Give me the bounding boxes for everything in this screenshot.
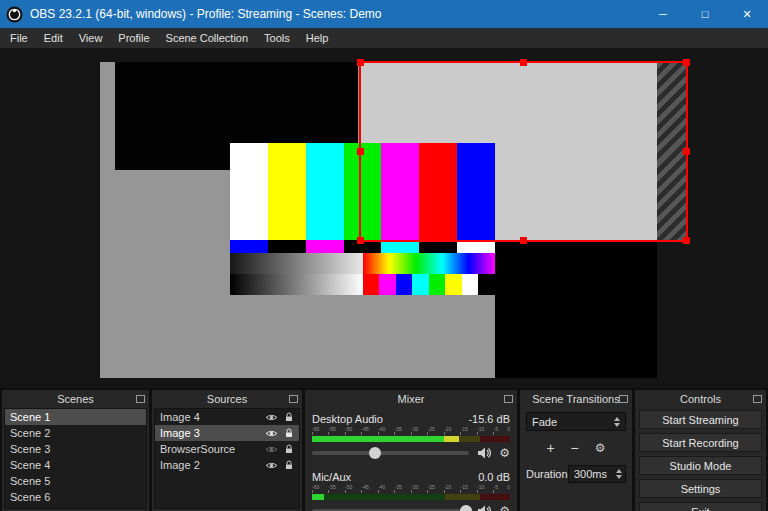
volume-meter xyxy=(312,436,510,442)
scenes-dock: Scenes Scene 1 Scene 2 Scene 3 Scene 4 S… xyxy=(2,390,149,511)
studio-mode-button[interactable]: Studio Mode xyxy=(639,456,762,475)
transitions-dock-header: Scene Transitions xyxy=(520,390,632,408)
resize-handle-top-right[interactable] xyxy=(683,59,690,66)
speaker-icon[interactable] xyxy=(477,447,491,459)
controls-dock-header: Controls xyxy=(635,390,766,408)
source-item[interactable]: Image 3 xyxy=(155,425,299,441)
mixer-dock: Mixer Desktop Audio -15.6 dB -60-55-50-4… xyxy=(305,390,517,511)
meter-ticks xyxy=(312,490,510,493)
resize-handle-middle-left[interactable] xyxy=(357,148,364,155)
controls-dock: Controls Start Streaming Start Recording… xyxy=(635,390,766,511)
channel-name: Desktop Audio xyxy=(312,413,383,425)
maximize-button[interactable]: □ xyxy=(684,0,726,28)
menubar: File Edit View Profile Scene Collection … xyxy=(0,28,768,48)
transition-select[interactable]: Fade xyxy=(526,412,626,431)
channel-settings-gear-icon[interactable]: ⚙ xyxy=(499,447,510,459)
obs-window: OBS 23.2.1 (64-bit, windows) - Profile: … xyxy=(0,0,768,511)
meter-ticks xyxy=(312,432,510,435)
controls-title: Controls xyxy=(680,393,721,405)
spinbox-arrows-icon[interactable] xyxy=(616,469,622,479)
resize-handle-middle-right[interactable] xyxy=(683,148,690,155)
selection-rectangle[interactable] xyxy=(359,61,688,242)
resize-handle-bottom-middle[interactable] xyxy=(520,237,527,244)
menu-help[interactable]: Help xyxy=(298,28,337,48)
dock-float-icon[interactable] xyxy=(136,395,145,403)
channel-settings-gear-icon[interactable]: ⚙ xyxy=(499,505,510,511)
volume-slider-knob[interactable] xyxy=(460,505,472,511)
window-title: OBS 23.2.1 (64-bit, windows) - Profile: … xyxy=(30,7,381,21)
lock-icon[interactable] xyxy=(284,412,294,422)
dock-float-icon[interactable] xyxy=(289,395,298,403)
visibility-eye-icon[interactable] xyxy=(265,429,278,438)
start-streaming-button[interactable]: Start Streaming xyxy=(639,410,762,429)
resize-handle-bottom-right[interactable] xyxy=(683,237,690,244)
remove-transition-button[interactable]: − xyxy=(571,440,579,456)
scene-item[interactable]: Scene 3 xyxy=(5,441,146,457)
channel-name: Mic/Aux xyxy=(312,471,351,483)
volume-slider-knob[interactable] xyxy=(369,447,381,459)
preview-area xyxy=(0,48,768,388)
combo-arrows-icon[interactable] xyxy=(614,417,620,427)
duration-label: Duration xyxy=(526,468,568,480)
start-recording-button[interactable]: Start Recording xyxy=(639,433,762,452)
scene-item[interactable]: Scene 7 xyxy=(5,505,146,509)
menu-tools[interactable]: Tools xyxy=(256,28,298,48)
sources-list: Image 4 Image 3 BrowserSource xyxy=(154,408,300,509)
volume-slider[interactable] xyxy=(312,451,469,455)
menu-file[interactable]: File xyxy=(2,28,36,48)
volume-meter xyxy=(312,494,510,500)
exit-button[interactable]: Exit xyxy=(639,502,762,511)
scene-item[interactable]: Scene 2 xyxy=(5,425,146,441)
scenes-list: Scene 1 Scene 2 Scene 3 Scene 4 Scene 5 … xyxy=(4,408,147,509)
scene-item[interactable]: Scene 4 xyxy=(5,457,146,473)
dock-float-icon[interactable] xyxy=(753,395,762,403)
settings-button[interactable]: Settings xyxy=(639,479,762,498)
mixer-dock-header: Mixer xyxy=(305,390,517,408)
transition-selected-value: Fade xyxy=(532,416,557,428)
channel-volume-db: -15.6 dB xyxy=(468,413,510,425)
minimize-button[interactable]: ─ xyxy=(642,0,684,28)
sources-dock-header: Sources xyxy=(152,390,302,408)
sources-dock: Sources Image 4 Image 3 xyxy=(152,390,302,511)
visibility-eye-icon[interactable] xyxy=(265,461,278,470)
scene-item[interactable]: Scene 5 xyxy=(5,473,146,489)
scene-item[interactable]: Scene 6 xyxy=(5,489,146,505)
duration-value: 300ms xyxy=(574,468,607,480)
dock-float-icon[interactable] xyxy=(619,395,628,403)
visibility-eye-icon[interactable] xyxy=(265,413,278,422)
dock-area: Scenes Scene 1 Scene 2 Scene 3 Scene 4 S… xyxy=(0,388,768,511)
transitions-body: Fade + − ⚙ Duration 300ms xyxy=(520,408,632,511)
visibility-eye-icon[interactable] xyxy=(265,445,278,454)
colorbars-bottom xyxy=(230,253,495,295)
channel-volume-db: 0.0 dB xyxy=(478,471,510,483)
transition-settings-gear-icon[interactable]: ⚙ xyxy=(595,442,606,454)
resize-handle-top-left[interactable] xyxy=(357,59,364,66)
resize-handle-top-middle[interactable] xyxy=(520,59,527,66)
source-item[interactable]: BrowserSource xyxy=(155,441,299,457)
source-item[interactable]: Image 2 xyxy=(155,457,299,473)
menu-view[interactable]: View xyxy=(71,28,111,48)
lock-icon[interactable] xyxy=(284,460,294,470)
source-item[interactable]: Image 4 xyxy=(155,409,299,425)
transitions-dock: Scene Transitions Fade + − ⚙ Duration 30… xyxy=(520,390,632,511)
obs-logo-icon xyxy=(6,6,23,23)
menu-profile[interactable]: Profile xyxy=(110,28,157,48)
menu-edit[interactable]: Edit xyxy=(36,28,71,48)
scenes-dock-header: Scenes xyxy=(2,390,149,408)
duration-spinbox[interactable]: 300ms xyxy=(568,465,626,483)
speaker-icon[interactable] xyxy=(477,505,491,511)
close-button[interactable]: ✕ xyxy=(726,0,768,28)
transitions-title: Scene Transitions xyxy=(532,393,619,405)
mixer-body: Desktop Audio -15.6 dB -60-55-50-45-40-3… xyxy=(305,408,517,511)
dock-float-icon[interactable] xyxy=(504,395,513,403)
menu-scene-collection[interactable]: Scene Collection xyxy=(158,28,257,48)
source-black-bottom-right[interactable] xyxy=(495,240,657,378)
resize-handle-bottom-left[interactable] xyxy=(357,237,364,244)
lock-icon[interactable] xyxy=(284,428,294,438)
titlebar: OBS 23.2.1 (64-bit, windows) - Profile: … xyxy=(0,0,768,28)
scene-item[interactable]: Scene 1 xyxy=(5,409,146,425)
add-transition-button[interactable]: + xyxy=(546,440,554,456)
scenes-title: Scenes xyxy=(57,393,94,405)
lock-icon[interactable] xyxy=(284,444,294,454)
controls-body: Start Streaming Start Recording Studio M… xyxy=(635,408,766,511)
